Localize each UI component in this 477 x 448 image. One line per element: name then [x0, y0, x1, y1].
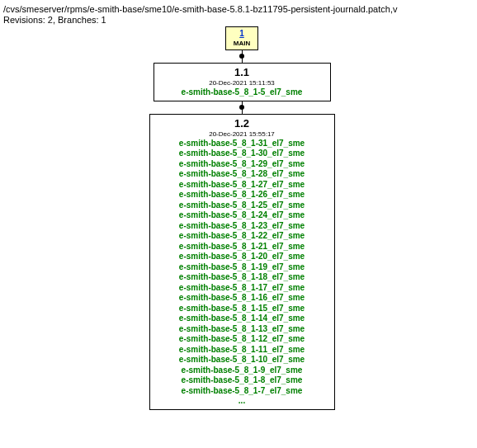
tag-label: e-smith-base-5_8_1-5_el7_sme: [159, 87, 325, 98]
revision-date: 20-Dec-2021 15:55:17: [155, 130, 329, 139]
tag-label: e-smith-base-5_8_1-24_el7_sme: [155, 210, 329, 221]
tag-label: e-smith-base-5_8_1-28_el7_sme: [155, 169, 329, 180]
connector-line: [242, 101, 243, 114]
tag-label: e-smith-base-5_8_1-31_el7_sme: [155, 139, 329, 149]
revision-diagram: 1 MAIN 1.1 20-Dec-2021 15:11:53 e-smith-…: [122, 26, 361, 410]
connector-dot: [239, 105, 244, 110]
tag-label: e-smith-base-5_8_1-19_el7_sme: [155, 262, 329, 273]
branch-box-main[interactable]: 1 MAIN: [225, 26, 258, 50]
tag-label: e-smith-base-5_8_1-30_el7_sme: [155, 149, 329, 159]
tag-label: e-smith-base-5_8_1-25_el7_sme: [155, 200, 329, 211]
tag-label: e-smith-base-5_8_1-8_el7_sme: [155, 375, 329, 386]
connector-line: [242, 50, 243, 63]
tag-label: e-smith-base-5_8_1-10_el7_sme: [155, 355, 329, 365]
tag-label: e-smith-base-5_8_1-20_el7_sme: [155, 252, 329, 262]
branch-number: 1: [229, 29, 254, 40]
tag-label: e-smith-base-5_8_1-11_el7_sme: [155, 345, 329, 356]
tag-label: e-smith-base-5_8_1-29_el7_sme: [155, 159, 329, 170]
tag-label: e-smith-base-5_8_1-9_el7_sme: [155, 365, 329, 376]
revision-date: 20-Dec-2021 15:11:53: [159, 79, 325, 87]
tag-label: e-smith-base-5_8_1-23_el7_sme: [155, 221, 329, 232]
tag-label: e-smith-base-5_8_1-21_el7_sme: [155, 242, 329, 252]
tag-label: e-smith-base-5_8_1-15_el7_sme: [155, 304, 329, 314]
file-path: /cvs/smeserver/rpms/e-smith-base/sme10/e…: [3, 3, 477, 15]
revision-box-1-1[interactable]: 1.1 20-Dec-2021 15:11:53 e-smith-base-5_…: [153, 63, 331, 101]
tag-label: e-smith-base-5_8_1-12_el7_sme: [155, 334, 329, 345]
tag-label: e-smith-base-5_8_1-22_el7_sme: [155, 231, 329, 242]
tag-label: e-smith-base-5_8_1-17_el7_sme: [155, 283, 329, 294]
tag-label: e-smith-base-5_8_1-14_el7_sme: [155, 314, 329, 324]
tag-label: e-smith-base-5_8_1-26_el7_sme: [155, 190, 329, 200]
ellipsis: ...: [155, 396, 329, 407]
revision-tags: e-smith-base-5_8_1-31_el7_smee-smith-bas…: [155, 139, 329, 397]
tag-label: e-smith-base-5_8_1-18_el7_sme: [155, 272, 329, 283]
tag-label: e-smith-base-5_8_1-27_el7_sme: [155, 180, 329, 191]
revisions-meta: Revisions: 2, Branches: 1: [3, 15, 477, 25]
tag-label: e-smith-base-5_8_1-13_el7_sme: [155, 324, 329, 335]
tag-label: e-smith-base-5_8_1-7_el7_sme: [155, 386, 329, 397]
revision-number: 1.2: [155, 117, 329, 130]
revision-box-1-2[interactable]: 1.2 20-Dec-2021 15:55:17 e-smith-base-5_…: [149, 114, 335, 410]
tag-label: e-smith-base-5_8_1-16_el7_sme: [155, 293, 329, 304]
revision-number: 1.1: [159, 66, 325, 79]
connector-dot: [239, 54, 244, 59]
branch-label: MAIN: [229, 40, 254, 48]
revision-tags: e-smith-base-5_8_1-5_el7_sme: [159, 87, 325, 98]
